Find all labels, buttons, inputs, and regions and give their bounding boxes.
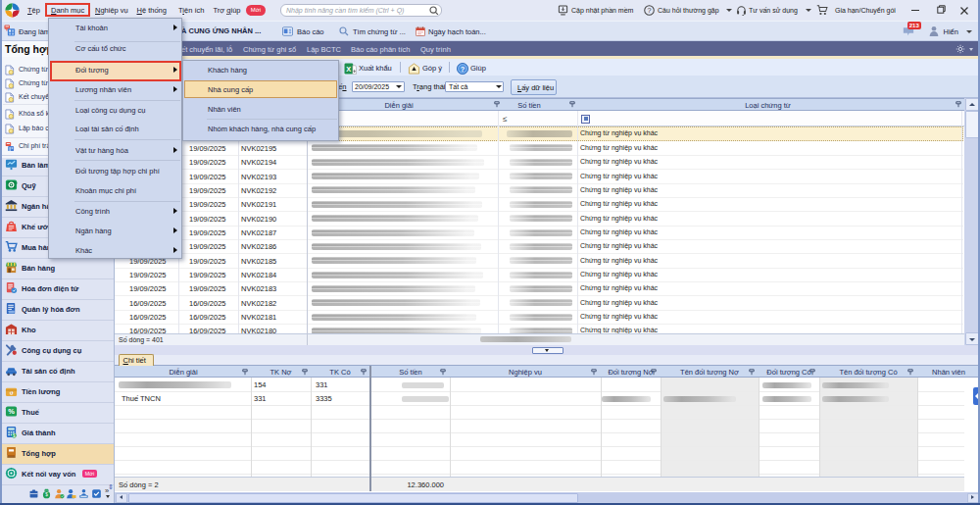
svg-text:X: X bbox=[346, 64, 351, 73]
svg-text:$: $ bbox=[45, 492, 48, 497]
svg-text:%: % bbox=[8, 407, 15, 416]
svg-text:?: ? bbox=[461, 64, 466, 73]
svg-text:?: ? bbox=[647, 6, 651, 15]
